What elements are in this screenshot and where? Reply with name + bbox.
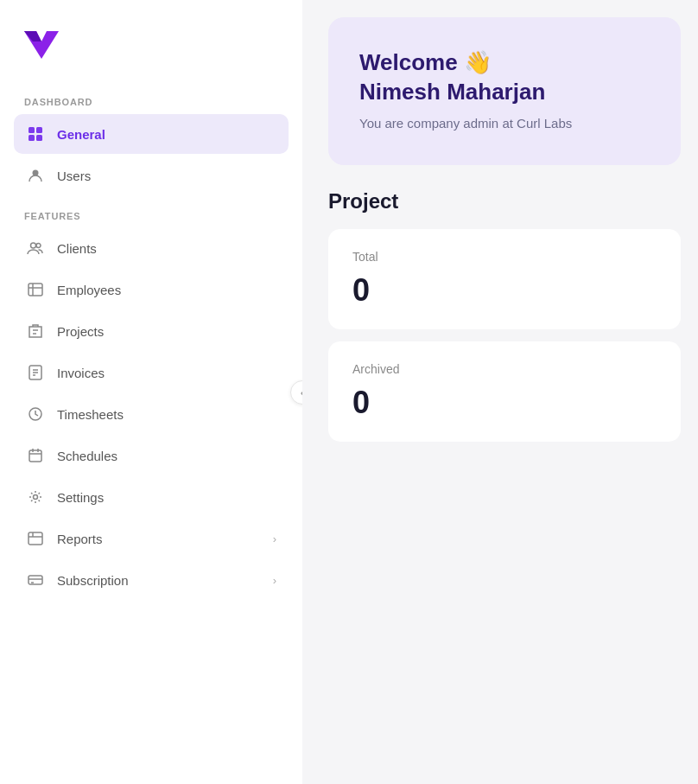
sidebar-item-settings[interactable]: Settings xyxy=(14,477,289,517)
stat-card-archived: Archived 0 xyxy=(328,341,681,442)
subscription-expand-icon: › xyxy=(273,574,276,587)
stat-archived-label: Archived xyxy=(352,362,657,376)
timesheets-icon xyxy=(26,405,45,424)
settings-icon xyxy=(26,488,45,507)
sidebar-item-subscription-label: Subscription xyxy=(57,573,261,588)
reports-icon xyxy=(26,529,45,548)
sidebar-item-schedules[interactable]: Schedules xyxy=(14,436,289,475)
main-content: Welcome 👋 Nimesh Maharjan You are compan… xyxy=(302,0,698,784)
svg-rect-19 xyxy=(29,450,41,462)
sidebar-item-reports-label: Reports xyxy=(57,532,261,546)
schedules-icon xyxy=(26,446,45,465)
sidebar-item-employees[interactable]: Employees xyxy=(14,270,289,309)
sidebar-item-projects-label: Projects xyxy=(57,324,276,339)
stat-total-label: Total xyxy=(352,250,657,264)
user-icon xyxy=(26,166,45,185)
welcome-greeting: Welcome 👋 xyxy=(359,49,492,75)
sidebar-item-general[interactable]: General xyxy=(14,114,289,154)
sidebar-item-clients-label: Clients xyxy=(57,241,276,256)
svg-rect-5 xyxy=(36,135,42,141)
welcome-subtitle: You are company admin at Curl Labs xyxy=(359,116,650,131)
stat-archived-value: 0 xyxy=(352,385,657,421)
sidebar-item-invoices[interactable]: Invoices xyxy=(14,353,289,392)
sidebar-collapse-button[interactable]: ‹ xyxy=(290,380,302,405)
stat-total-value: 0 xyxy=(352,272,657,309)
sidebar-item-timesheets[interactable]: Timesheets xyxy=(14,394,289,434)
sidebar: DASHBOARD General Users FEATURES Clients… xyxy=(0,0,302,784)
sidebar-item-projects[interactable]: Projects xyxy=(14,311,289,351)
features-section-label: FEATURES xyxy=(14,211,289,221)
svg-rect-24 xyxy=(29,532,42,545)
sidebar-item-invoices-label: Invoices xyxy=(57,366,276,380)
stats-grid: Total 0 Archived 0 xyxy=(328,229,681,442)
welcome-name: Nimesh Maharjan xyxy=(359,79,545,105)
invoices-icon xyxy=(26,363,45,382)
svg-rect-27 xyxy=(29,576,42,584)
employees-icon xyxy=(26,280,45,299)
svg-rect-4 xyxy=(29,135,35,141)
projects-icon xyxy=(26,322,45,341)
sidebar-item-users-label: Users xyxy=(57,169,276,183)
svg-marker-1 xyxy=(24,31,41,41)
svg-point-7 xyxy=(31,243,36,248)
chevron-left-icon: ‹ xyxy=(301,386,302,399)
svg-rect-9 xyxy=(29,284,42,296)
clients-icon xyxy=(26,239,45,258)
sidebar-item-settings-label: Settings xyxy=(57,490,276,505)
app-logo xyxy=(21,24,62,66)
sidebar-item-general-label: General xyxy=(57,127,276,142)
svg-rect-2 xyxy=(29,127,35,133)
sidebar-item-subscription[interactable]: Subscription › xyxy=(14,560,289,600)
sidebar-item-users[interactable]: Users xyxy=(14,156,289,195)
subscription-icon xyxy=(26,570,45,590)
stat-card-total: Total 0 xyxy=(328,229,681,329)
svg-point-8 xyxy=(36,244,41,248)
welcome-card: Welcome 👋 Nimesh Maharjan You are compan… xyxy=(328,17,681,165)
svg-point-23 xyxy=(34,495,38,500)
sidebar-item-schedules-label: Schedules xyxy=(57,449,276,463)
grid-icon xyxy=(26,124,45,143)
project-section-title: Project xyxy=(328,189,681,214)
welcome-title: Welcome 👋 Nimesh Maharjan xyxy=(359,48,650,107)
sidebar-item-employees-label: Employees xyxy=(57,283,276,297)
sidebar-item-clients[interactable]: Clients xyxy=(14,228,289,268)
reports-expand-icon: › xyxy=(273,532,276,545)
svg-rect-3 xyxy=(36,127,42,133)
sidebar-item-reports[interactable]: Reports › xyxy=(14,519,289,558)
dashboard-section-label: DASHBOARD xyxy=(14,97,289,107)
logo-area xyxy=(14,17,289,90)
sidebar-item-timesheets-label: Timesheets xyxy=(57,407,276,422)
